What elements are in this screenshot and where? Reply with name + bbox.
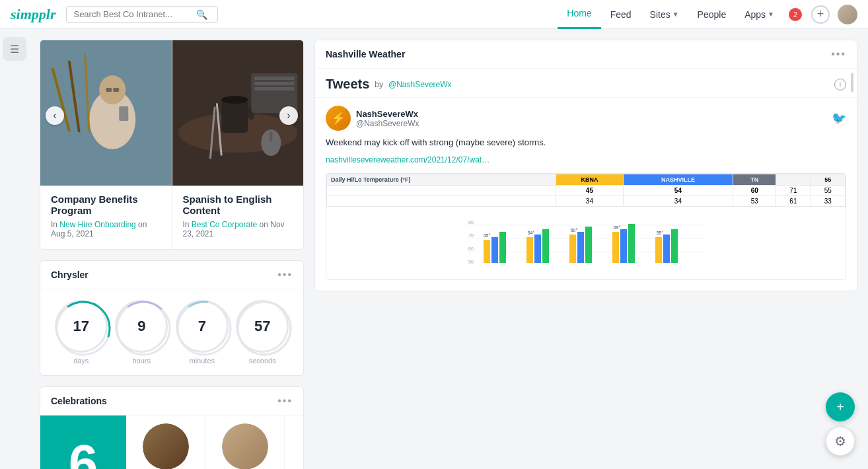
carousel-item-left[interactable]: Company Benefits Program In New Hire Onb… (40, 40, 172, 249)
nav-item-home[interactable]: Home (558, 0, 600, 29)
tweet-author-row: ⚡ NashSevereWx @NashSevereWx 🐦 (326, 106, 846, 131)
weather-data-table: Daily Hi/Lo Temperature (°F) KBNA NASHVI… (326, 174, 846, 207)
countdown-circle-seconds: 57 (236, 300, 289, 353)
svg-rect-37 (484, 240, 490, 263)
tweet-avatar: ⚡ (326, 106, 351, 131)
svg-rect-54 (663, 234, 670, 263)
search-bar: 🔍 (66, 6, 218, 23)
weather-lo-row (327, 196, 556, 206)
add-button[interactable]: + (811, 5, 830, 24)
sidebar-menu-icon[interactable]: ☰ (3, 37, 26, 61)
weather-lo-kbna: 34 (556, 196, 623, 206)
carousel-left-title: Company Benefits Program (51, 194, 161, 216)
weather-lo-tn: 53 (733, 196, 776, 206)
left-sidebar: ☰ (0, 29, 29, 469)
svg-rect-38 (491, 237, 498, 263)
weather-chart-svg: 80 70 60 50 45° 54° (332, 212, 840, 271)
weather-hi-row (327, 185, 556, 196)
weather-col-tn: TN (733, 174, 776, 185)
svg-rect-11 (221, 100, 248, 133)
svg-point-2 (99, 75, 126, 104)
weather-lo-33: 33 (811, 196, 845, 206)
info-icon[interactable]: i (834, 79, 846, 90)
logo[interactable]: simpplr (11, 6, 55, 23)
carousel: Company Benefits Program In New Hire Onb… (40, 40, 304, 250)
weather-hi-nash: 54 (623, 185, 733, 196)
carousel-right-body: Spanish to English Content In Best Co Co… (172, 186, 304, 249)
weather-hi-kbna: 45 (556, 185, 623, 196)
sydnee-avatar (222, 423, 268, 469)
twitter-bird-icon: 🐦 (832, 111, 846, 126)
svg-rect-47 (585, 227, 592, 263)
nashville-widget-title: Nashville Weather (326, 49, 405, 59)
nav-item-sites[interactable]: Sites ▼ (641, 0, 688, 29)
avatar[interactable] (838, 5, 857, 24)
carousel-left-date: Aug 5, 2021 (51, 229, 94, 238)
countdown-circle-days: 17 (55, 300, 108, 353)
chrysler-menu[interactable]: ••• (277, 269, 293, 281)
countdown-hours-value: 9 (137, 318, 145, 335)
chrysler-widget: Chrysler ••• 17 days (40, 260, 304, 376)
weather-lo-nash: 34 (623, 196, 733, 206)
nav-item-feed[interactable]: Feed (601, 0, 641, 29)
celebrations-number: 6 (69, 437, 98, 469)
carousel-right-category[interactable]: Best Co Corporate (192, 220, 257, 229)
celebration-people: Sean Casey Work Anniversary Sydnee Wa Bi… (126, 415, 285, 469)
svg-rect-43 (542, 229, 549, 263)
weather-col-blank (776, 174, 811, 185)
celebrations-number-card: 6 (40, 415, 126, 469)
celebration-person-sean[interactable]: Sean Casey Work Anniversary (126, 415, 205, 469)
tweet-link[interactable]: nashvillesevereweather.com/2021/12/07/wa… (326, 155, 489, 164)
chevron-down-icon: ▼ (672, 11, 679, 18)
main-nav: Home Feed Sites ▼ People Apps ▼ 2 + (558, 0, 857, 29)
tweets-title: Tweets (326, 77, 369, 92)
svg-rect-46 (577, 232, 584, 263)
search-input[interactable] (73, 9, 192, 19)
svg-text:60°: 60° (571, 228, 578, 233)
carousel-item-right[interactable]: Spanish to English Content In Best Co Co… (172, 40, 304, 249)
countdown-hours-label: hours (115, 357, 168, 365)
svg-rect-19 (270, 131, 272, 141)
notification-badge[interactable]: 2 (789, 8, 802, 21)
countdown-seconds: 57 seconds (236, 300, 289, 365)
carousel-left-meta: In New Hire Onboarding on Aug 5, 2021 (51, 220, 161, 238)
svg-rect-16 (254, 82, 294, 85)
nashville-widget-menu[interactable]: ••• (831, 48, 846, 60)
weather-col-kbna: KBNA (556, 174, 623, 185)
celebrations-widget: Celebrations ••• 6 Sean Casey Work A (40, 386, 304, 469)
nav-item-apps[interactable]: Apps ▼ (735, 0, 783, 29)
countdown-minutes-value: 7 (198, 318, 206, 335)
weather-hi-55-val: 55 (811, 185, 845, 196)
svg-text:69°: 69° (614, 225, 621, 230)
weather-col-label: Daily Hi/Lo Temperature (°F) (327, 174, 556, 185)
search-icon: 🔍 (196, 9, 207, 20)
carousel-right-title: Spanish to English Content (183, 194, 293, 216)
weather-col-55: 55 (811, 174, 845, 185)
weather-col-nashville: NASHVILLE (623, 174, 733, 185)
countdown-days-value: 17 (73, 318, 89, 335)
svg-rect-55 (671, 229, 678, 263)
countdown-days: 17 days (55, 300, 108, 365)
svg-text:45°: 45° (484, 233, 491, 238)
svg-text:50: 50 (468, 260, 474, 264)
celebrations-menu[interactable]: ••• (277, 395, 293, 407)
weather-bar-chart: 80 70 60 50 45° 54° (326, 207, 846, 279)
page-body: Company Benefits Program In New Hire Onb… (0, 29, 868, 469)
carousel-prev-button[interactable]: ‹ (46, 106, 64, 125)
fab-settings-button[interactable]: ⚙ (826, 427, 855, 456)
tweets-handle[interactable]: @NashSevereWx (388, 80, 452, 89)
carousel-next-button[interactable]: › (279, 106, 298, 125)
weather-hi-71: 71 (776, 185, 811, 196)
left-column: Company Benefits Program In New Hire Onb… (40, 40, 304, 469)
carousel-left-category[interactable]: New Hire Onboarding (59, 220, 135, 229)
celebrations-header: Celebrations ••• (40, 387, 303, 415)
svg-rect-4 (113, 88, 119, 92)
svg-rect-51 (628, 224, 635, 263)
svg-text:60: 60 (468, 246, 474, 251)
nashville-weather-widget: Nashville Weather ••• Tweets by @NashSev… (314, 40, 857, 291)
celebration-person-sydnee[interactable]: Sydnee Wa Birthday (205, 415, 285, 469)
carousel-left-body: Company Benefits Program In New Hire Onb… (40, 186, 172, 249)
fab-plus-button[interactable]: + (826, 392, 855, 421)
right-column: Nashville Weather ••• Tweets by @NashSev… (314, 40, 857, 469)
nav-item-people[interactable]: People (688, 0, 736, 29)
